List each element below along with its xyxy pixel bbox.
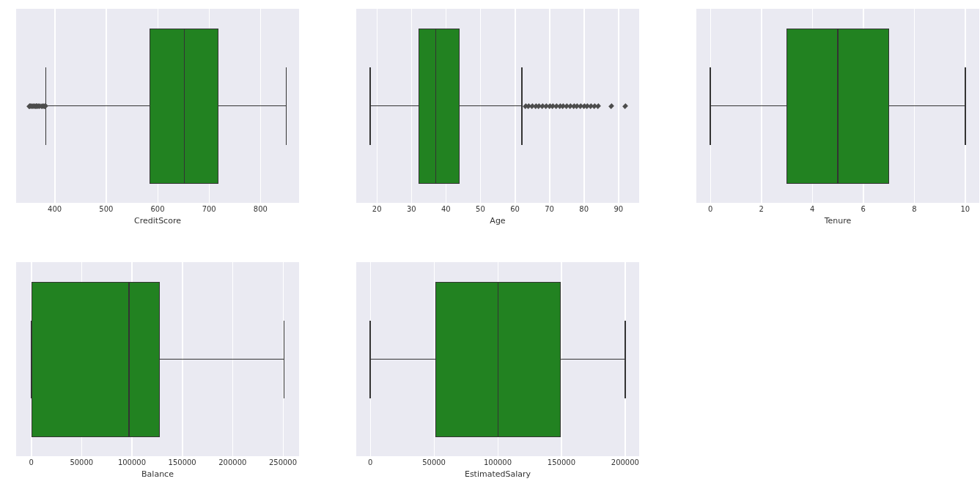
axes <box>16 262 299 456</box>
x-axis-label: Age <box>356 216 639 226</box>
tick-label: 90 <box>614 205 623 213</box>
tick-label: 50 <box>476 205 485 213</box>
tick-label: 0 <box>368 458 372 466</box>
whisker-high <box>160 359 284 360</box>
subplot-age: 2030405060708090Age <box>356 9 639 203</box>
axes <box>356 9 639 203</box>
cap-high <box>625 321 626 398</box>
tick-label: 200000 <box>611 458 639 466</box>
median-line <box>498 282 499 437</box>
gridline <box>618 9 619 203</box>
cap-low <box>369 321 371 398</box>
tick-label: 250000 <box>269 458 297 466</box>
tick-label: 100000 <box>484 458 512 466</box>
whisker-low <box>46 105 150 107</box>
tick-label: 600 <box>150 205 164 213</box>
tick-label: 0 <box>29 458 33 466</box>
cap-low <box>369 67 371 145</box>
cap-high <box>284 321 285 398</box>
tick-label: 50000 <box>422 458 446 466</box>
tick-label: 700 <box>202 205 216 213</box>
subplot-tenure: 0246810Tenure <box>696 9 979 203</box>
median-line <box>128 282 130 437</box>
whisker-high <box>561 359 625 360</box>
tick-label: 0 <box>708 205 712 213</box>
whisker-high <box>889 105 965 107</box>
axes <box>16 9 299 203</box>
subplot-creditscore: 400500600700800CreditScore <box>16 9 299 203</box>
tick-label: 150000 <box>169 458 196 466</box>
cap-high <box>965 67 966 145</box>
tick-label: 80 <box>579 205 589 213</box>
outlier <box>622 103 628 109</box>
tick-label: 30 <box>407 205 416 213</box>
x-axis-label: Tenure <box>696 216 979 226</box>
whisker-low <box>710 105 786 107</box>
tick-label: 200000 <box>218 458 246 466</box>
figure: 400500600700800CreditScore20304050607080… <box>0 0 980 495</box>
iqr-box <box>419 29 460 184</box>
iqr-box <box>32 282 160 437</box>
median-line <box>435 29 437 184</box>
x-axis-label: CreditScore <box>16 216 299 226</box>
tick-label: 50000 <box>70 458 93 466</box>
subplot-balance: 050000100000150000200000250000Balance <box>16 262 299 456</box>
axes <box>696 9 979 203</box>
tick-label: 8 <box>912 205 916 213</box>
tick-label: 800 <box>254 205 268 213</box>
tick-label: 500 <box>99 205 113 213</box>
tick-label: 6 <box>861 205 866 213</box>
whisker-high <box>218 105 287 107</box>
x-axis-label: EstimatedSalary <box>356 469 639 479</box>
tick-label: 20 <box>372 205 382 213</box>
tick-label: 400 <box>48 205 62 213</box>
whisker-high <box>460 105 522 107</box>
tick-label: 10 <box>960 205 970 213</box>
tick-label: 40 <box>441 205 451 213</box>
tick-label: 70 <box>545 205 554 213</box>
tick-label: 150000 <box>548 458 575 466</box>
median-line <box>184 29 185 184</box>
whisker-low <box>370 105 419 107</box>
cap-low <box>710 67 711 145</box>
tick-label: 4 <box>810 205 814 213</box>
tick-label: 100000 <box>118 458 146 466</box>
subplot-estimatedsalary: 050000100000150000200000EstimatedSalary <box>356 262 639 456</box>
median-line <box>837 29 839 184</box>
whisker-low <box>370 359 435 360</box>
tick-label: 2 <box>759 205 763 213</box>
x-axis-label: Balance <box>16 469 299 479</box>
axes <box>356 262 639 456</box>
cap-high <box>286 67 287 145</box>
tick-label: 60 <box>510 205 520 213</box>
outlier <box>608 103 614 109</box>
